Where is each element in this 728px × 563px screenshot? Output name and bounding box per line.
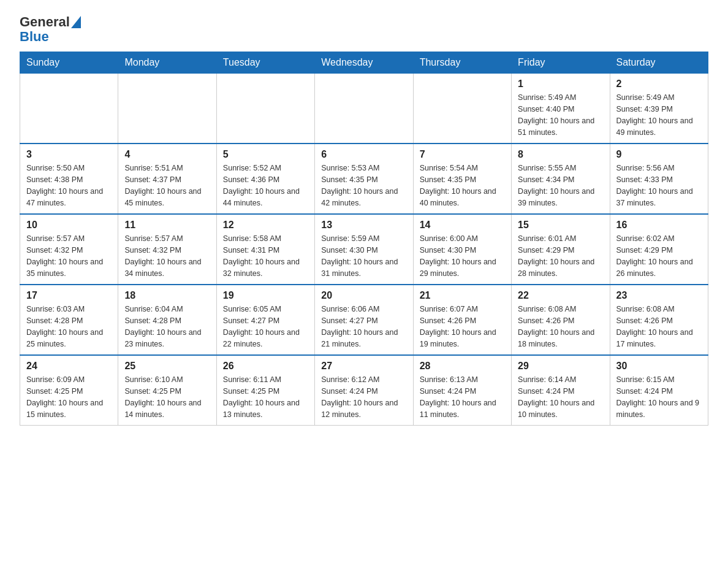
calendar-cell: 25Sunrise: 6:10 AM Sunset: 4:25 PM Dayli… [118, 355, 216, 426]
day-info: Sunrise: 5:59 AM Sunset: 4:30 PM Dayligh… [321, 233, 406, 279]
day-number: 20 [321, 290, 406, 301]
column-header-monday: Monday [118, 52, 216, 74]
calendar-cell: 13Sunrise: 5:59 AM Sunset: 4:30 PM Dayli… [315, 214, 413, 285]
calendar-header-row: SundayMondayTuesdayWednesdayThursdayFrid… [20, 52, 708, 74]
logo-general: General [20, 15, 70, 29]
day-info: Sunrise: 5:58 AM Sunset: 4:31 PM Dayligh… [223, 233, 308, 279]
calendar-cell: 18Sunrise: 6:04 AM Sunset: 4:28 PM Dayli… [118, 285, 216, 355]
calendar-cell: 14Sunrise: 6:00 AM Sunset: 4:30 PM Dayli… [413, 214, 511, 285]
calendar-week-row: 1Sunrise: 5:49 AM Sunset: 4:40 PM Daylig… [20, 74, 708, 144]
calendar-cell: 6Sunrise: 5:53 AM Sunset: 4:35 PM Daylig… [315, 144, 413, 214]
day-number: 3 [26, 149, 112, 160]
page-header: General Blue [20, 15, 708, 44]
calendar-cell [315, 74, 413, 144]
calendar-cell: 9Sunrise: 5:56 AM Sunset: 4:33 PM Daylig… [610, 144, 708, 214]
day-number: 28 [420, 361, 505, 372]
calendar-cell: 16Sunrise: 6:02 AM Sunset: 4:29 PM Dayli… [610, 214, 708, 285]
day-info: Sunrise: 6:11 AM Sunset: 4:25 PM Dayligh… [223, 374, 308, 420]
calendar-cell: 28Sunrise: 6:13 AM Sunset: 4:24 PM Dayli… [413, 355, 511, 426]
day-number: 25 [124, 361, 210, 372]
day-info: Sunrise: 5:53 AM Sunset: 4:35 PM Dayligh… [321, 163, 406, 209]
calendar-cell [413, 74, 511, 144]
day-number: 26 [223, 361, 308, 372]
day-number: 11 [124, 220, 210, 231]
day-info: Sunrise: 6:01 AM Sunset: 4:29 PM Dayligh… [518, 233, 603, 279]
calendar-cell: 29Sunrise: 6:14 AM Sunset: 4:24 PM Dayli… [512, 355, 610, 426]
day-number: 17 [26, 290, 112, 301]
day-info: Sunrise: 6:13 AM Sunset: 4:24 PM Dayligh… [420, 374, 505, 420]
calendar-cell [118, 74, 216, 144]
day-info: Sunrise: 5:51 AM Sunset: 4:37 PM Dayligh… [124, 163, 210, 209]
calendar-cell: 7Sunrise: 5:54 AM Sunset: 4:35 PM Daylig… [413, 144, 511, 214]
column-header-thursday: Thursday [413, 52, 511, 74]
calendar-week-row: 3Sunrise: 5:50 AM Sunset: 4:38 PM Daylig… [20, 144, 708, 214]
day-info: Sunrise: 5:55 AM Sunset: 4:34 PM Dayligh… [518, 163, 603, 209]
day-number: 6 [321, 149, 406, 160]
column-header-wednesday: Wednesday [315, 52, 413, 74]
column-header-saturday: Saturday [610, 52, 708, 74]
day-number: 16 [616, 220, 702, 231]
calendar-cell: 1Sunrise: 5:49 AM Sunset: 4:40 PM Daylig… [512, 74, 610, 144]
day-info: Sunrise: 6:04 AM Sunset: 4:28 PM Dayligh… [124, 304, 210, 350]
day-number: 19 [223, 290, 308, 301]
day-info: Sunrise: 6:15 AM Sunset: 4:24 PM Dayligh… [616, 374, 702, 420]
day-info: Sunrise: 5:52 AM Sunset: 4:36 PM Dayligh… [223, 163, 308, 209]
column-header-tuesday: Tuesday [216, 52, 314, 74]
calendar-cell: 19Sunrise: 6:05 AM Sunset: 4:27 PM Dayli… [216, 285, 314, 355]
day-number: 1 [518, 79, 603, 90]
day-number: 2 [616, 79, 702, 90]
calendar-cell: 17Sunrise: 6:03 AM Sunset: 4:28 PM Dayli… [20, 285, 118, 355]
calendar-cell: 23Sunrise: 6:08 AM Sunset: 4:26 PM Dayli… [610, 285, 708, 355]
day-info: Sunrise: 6:03 AM Sunset: 4:28 PM Dayligh… [26, 304, 112, 350]
calendar-cell [20, 74, 118, 144]
day-number: 12 [223, 220, 308, 231]
column-header-sunday: Sunday [20, 52, 118, 74]
calendar-cell [216, 74, 314, 144]
day-number: 18 [124, 290, 210, 301]
day-number: 23 [616, 290, 702, 301]
day-info: Sunrise: 6:00 AM Sunset: 4:30 PM Dayligh… [420, 233, 505, 279]
day-number: 14 [420, 220, 505, 231]
day-info: Sunrise: 6:14 AM Sunset: 4:24 PM Dayligh… [518, 374, 603, 420]
day-number: 10 [26, 220, 112, 231]
calendar-cell: 8Sunrise: 5:55 AM Sunset: 4:34 PM Daylig… [512, 144, 610, 214]
day-info: Sunrise: 5:49 AM Sunset: 4:39 PM Dayligh… [616, 92, 702, 138]
logo: General Blue [20, 15, 81, 44]
calendar-week-row: 24Sunrise: 6:09 AM Sunset: 4:25 PM Dayli… [20, 355, 708, 426]
day-number: 24 [26, 361, 112, 372]
day-info: Sunrise: 5:50 AM Sunset: 4:38 PM Dayligh… [26, 163, 112, 209]
day-number: 15 [518, 220, 603, 231]
calendar-cell: 12Sunrise: 5:58 AM Sunset: 4:31 PM Dayli… [216, 214, 314, 285]
day-info: Sunrise: 5:49 AM Sunset: 4:40 PM Dayligh… [518, 92, 603, 138]
calendar-cell: 4Sunrise: 5:51 AM Sunset: 4:37 PM Daylig… [118, 144, 216, 214]
day-number: 8 [518, 149, 603, 160]
calendar-cell: 5Sunrise: 5:52 AM Sunset: 4:36 PM Daylig… [216, 144, 314, 214]
day-info: Sunrise: 6:06 AM Sunset: 4:27 PM Dayligh… [321, 304, 406, 350]
calendar-cell: 20Sunrise: 6:06 AM Sunset: 4:27 PM Dayli… [315, 285, 413, 355]
day-number: 5 [223, 149, 308, 160]
day-info: Sunrise: 6:02 AM Sunset: 4:29 PM Dayligh… [616, 233, 702, 279]
calendar-table: SundayMondayTuesdayWednesdayThursdayFrid… [20, 52, 708, 426]
calendar-cell: 26Sunrise: 6:11 AM Sunset: 4:25 PM Dayli… [216, 355, 314, 426]
svg-marker-0 [71, 16, 81, 28]
day-info: Sunrise: 6:12 AM Sunset: 4:24 PM Dayligh… [321, 374, 406, 420]
calendar-cell: 30Sunrise: 6:15 AM Sunset: 4:24 PM Dayli… [610, 355, 708, 426]
day-number: 30 [616, 361, 702, 372]
day-info: Sunrise: 5:56 AM Sunset: 4:33 PM Dayligh… [616, 163, 702, 209]
day-info: Sunrise: 6:09 AM Sunset: 4:25 PM Dayligh… [26, 374, 112, 420]
day-number: 29 [518, 361, 603, 372]
day-number: 9 [616, 149, 702, 160]
logo-blue: Blue [20, 29, 49, 44]
day-info: Sunrise: 5:57 AM Sunset: 4:32 PM Dayligh… [26, 233, 112, 279]
calendar-cell: 22Sunrise: 6:08 AM Sunset: 4:26 PM Dayli… [512, 285, 610, 355]
day-info: Sunrise: 5:57 AM Sunset: 4:32 PM Dayligh… [124, 233, 210, 279]
calendar-cell: 3Sunrise: 5:50 AM Sunset: 4:38 PM Daylig… [20, 144, 118, 214]
calendar-week-row: 17Sunrise: 6:03 AM Sunset: 4:28 PM Dayli… [20, 285, 708, 355]
day-info: Sunrise: 6:08 AM Sunset: 4:26 PM Dayligh… [518, 304, 603, 350]
day-info: Sunrise: 6:08 AM Sunset: 4:26 PM Dayligh… [616, 304, 702, 350]
day-info: Sunrise: 6:07 AM Sunset: 4:26 PM Dayligh… [420, 304, 505, 350]
logo-triangle-icon [71, 16, 81, 28]
day-number: 13 [321, 220, 406, 231]
day-number: 21 [420, 290, 505, 301]
calendar-cell: 10Sunrise: 5:57 AM Sunset: 4:32 PM Dayli… [20, 214, 118, 285]
